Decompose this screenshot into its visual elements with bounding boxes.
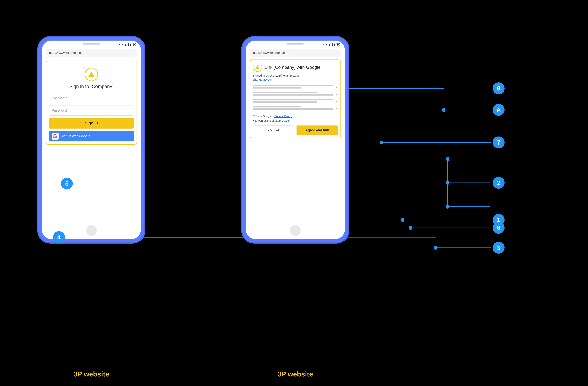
- url-bar-1[interactable]: https://www.example.com: [46, 49, 137, 57]
- phone1-logo: [49, 68, 134, 81]
- link-title: Link [Company] with Google: [264, 65, 320, 70]
- wifi-icon-2: ▾: [322, 43, 324, 46]
- unlink-link[interactable]: example.com: [275, 119, 291, 122]
- phone2-label: 3P website: [242, 370, 348, 378]
- phone-2: ▾ ▲ ▮ 12:30 https://www.example.com Link: [242, 37, 348, 243]
- svg-point-24: [409, 226, 412, 230]
- signal-icon: ▲: [121, 43, 124, 46]
- perm-lines-1: [253, 85, 336, 89]
- perm-line: [253, 106, 301, 108]
- unlink-prefix: You can unlink at: [253, 119, 275, 122]
- svg-point-18: [446, 157, 449, 161]
- phone1-label: 3P website: [38, 370, 144, 378]
- wifi-icon: ▾: [118, 43, 120, 46]
- signal-icon-2: ▲: [325, 43, 328, 46]
- perm-line: [253, 87, 301, 89]
- svg-point-13: [379, 141, 383, 144]
- google-btn-label: Sign in with Google: [61, 134, 90, 138]
- perm-line: [253, 99, 333, 100]
- perm-line: [253, 101, 317, 103]
- svg-point-26: [434, 246, 438, 250]
- battery-icon-2: ▮: [329, 43, 330, 46]
- password-field[interactable]: Password: [49, 105, 134, 115]
- chevron-icon-3[interactable]: ∨: [336, 99, 338, 103]
- perm-line: [253, 94, 333, 95]
- google-icon-wrapper: [52, 133, 59, 139]
- perm-row-3: ∨: [253, 98, 338, 105]
- svg-point-22: [401, 218, 404, 222]
- svg-point-11: [442, 108, 445, 112]
- perm-line: [253, 108, 333, 110]
- policy-section: Review Google's Privacy Policy You can u…: [253, 114, 338, 123]
- phone1-content-area: Sign in to [Company] Username Password S…: [46, 61, 137, 145]
- agree-button[interactable]: Agree and link: [296, 125, 338, 135]
- link-triangle: [255, 65, 260, 69]
- logo-circle-1: [85, 68, 98, 81]
- perm-row-2: ∨: [253, 91, 338, 98]
- status-time-2: 12:30: [332, 42, 340, 46]
- perm-row-4: ∨: [253, 105, 338, 112]
- annotation-6: 6: [493, 222, 504, 234]
- perm-line: [253, 85, 333, 86]
- svg-point-20: [446, 205, 449, 208]
- notch-2: [287, 43, 304, 45]
- perm-lines-4: [253, 106, 336, 110]
- perm-row-1: ∨: [253, 84, 338, 91]
- perm-lines-2: [253, 92, 336, 96]
- button-row: Cancel Agree and link: [253, 125, 338, 135]
- annotation-3: 3: [493, 242, 504, 254]
- logo-triangle-1: [88, 71, 95, 77]
- status-time-1: 12:30: [127, 42, 136, 46]
- annotation-8: 8: [493, 82, 504, 94]
- notch-1: [83, 43, 100, 45]
- status-bar-2: ▾ ▲ ▮ 12:30: [246, 41, 345, 47]
- svg-point-19: [446, 181, 449, 185]
- sign-in-button[interactable]: Sign In: [49, 118, 134, 129]
- sign-in-title: Sign in to [Company]: [49, 84, 134, 89]
- status-icons-1: ▾ ▲ ▮ 12:30: [118, 42, 136, 46]
- phone2-content-area: Link [Company] with Google Signed in as …: [250, 60, 341, 138]
- google-sign-in-button[interactable]: Sign in with Google: [49, 131, 134, 141]
- status-icons-2: ▾ ▲ ▮ 12:30: [322, 42, 340, 46]
- url-bar-2[interactable]: https://www.example.com: [250, 49, 341, 57]
- annotation-4: 4: [53, 231, 65, 243]
- chevron-icon-2[interactable]: ∨: [336, 92, 338, 96]
- home-button-1[interactable]: [86, 225, 97, 236]
- annotation-2: 2: [493, 177, 504, 189]
- annotation-7: 7: [493, 136, 504, 148]
- battery-icon: ▮: [125, 43, 126, 46]
- annotation-a: A: [493, 104, 504, 116]
- change-account-link[interactable]: change account: [253, 78, 273, 81]
- privacy-policy-link[interactable]: Privacy Policy: [274, 115, 292, 118]
- home-button-2[interactable]: [290, 225, 301, 236]
- link-header: Link [Company] with Google: [253, 63, 338, 72]
- google-g-icon: [53, 134, 57, 138]
- link-logo-small: [253, 63, 262, 72]
- annotation-5: 5: [61, 178, 73, 189]
- signed-in-text: Signed in as user123@example.com: [253, 74, 338, 77]
- chevron-icon-1[interactable]: ∨: [336, 85, 338, 89]
- perm-line: [253, 92, 317, 93]
- status-bar-1: ▾ ▲ ▮ 12:30: [42, 41, 141, 47]
- cancel-button[interactable]: Cancel: [253, 125, 294, 135]
- perm-lines-3: [253, 99, 336, 103]
- policy-prefix: Review Google's: [253, 115, 274, 118]
- username-field[interactable]: Username: [49, 93, 134, 103]
- phone-1: ▾ ▲ ▮ 12:30 https://www.example.com: [38, 37, 144, 243]
- chevron-icon-4[interactable]: ∨: [336, 106, 338, 110]
